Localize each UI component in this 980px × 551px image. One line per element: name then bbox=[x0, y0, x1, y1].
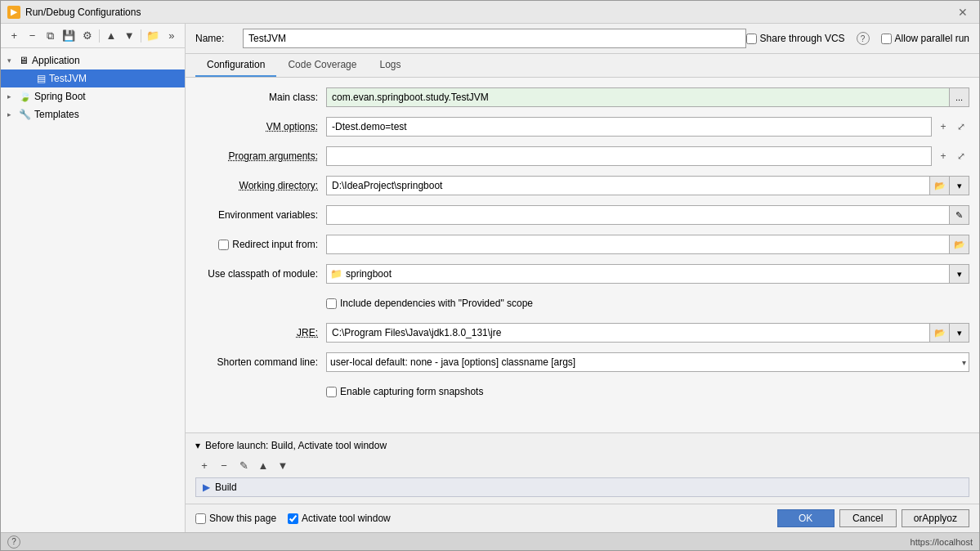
classpath-module-icon: 📁 bbox=[330, 268, 342, 280]
redirect-folder-button[interactable]: 📂 bbox=[950, 235, 969, 254]
before-launch-down-button[interactable]: ▼ bbox=[274, 456, 292, 474]
vm-options-label: VM options: bbox=[195, 121, 326, 132]
tab-logs[interactable]: Logs bbox=[368, 54, 412, 77]
redirect-checkbox[interactable]: Redirect input from: bbox=[195, 239, 326, 250]
shorten-select-wrapper: user-local default: none - java [options… bbox=[326, 352, 969, 372]
working-dir-row: Working directory: 📂 ▾ bbox=[195, 174, 969, 197]
before-launch-up-button[interactable]: ▲ bbox=[254, 456, 272, 474]
sidebar-item-application[interactable]: ▾ 🖥 Application bbox=[1, 52, 185, 69]
show-page-checkbox[interactable]: Show this page bbox=[195, 513, 276, 524]
jre-input[interactable] bbox=[326, 323, 930, 343]
snapshots-check[interactable] bbox=[326, 387, 337, 397]
build-label: Build bbox=[215, 482, 237, 493]
toolbar-separator bbox=[99, 29, 100, 43]
testjvm-icon: ▤ bbox=[37, 73, 46, 84]
working-dir-dropdown-button[interactable]: ▾ bbox=[950, 176, 969, 195]
parallel-run-checkbox[interactable]: Allow parallel run bbox=[881, 33, 969, 44]
program-expand-button[interactable]: + bbox=[935, 148, 951, 164]
main-class-input-group: ... bbox=[326, 87, 969, 107]
shorten-label: Shorten command line: bbox=[195, 356, 326, 368]
jre-row: JRE: 📂 ▾ bbox=[195, 321, 969, 344]
before-launch-section: ▾ Before launch: Build, Activate tool wi… bbox=[186, 432, 979, 504]
sidebar-item-label-springboot: Spring Boot bbox=[34, 91, 86, 102]
working-dir-label: Working directory: bbox=[195, 180, 326, 191]
include-deps-check[interactable] bbox=[326, 298, 337, 309]
tab-code-coverage[interactable]: Code Coverage bbox=[276, 54, 368, 77]
sidebar: + − ⧉ 💾 ⚙ ▲ ▼ 📁 » ▾ 🖥 Application bbox=[1, 24, 186, 532]
jre-dropdown-button[interactable]: ▾ bbox=[950, 323, 969, 343]
env-vars-input[interactable] bbox=[326, 205, 950, 225]
tab-configuration[interactable]: Configuration bbox=[195, 54, 276, 77]
tabs-bar: Configuration Code Coverage Logs bbox=[186, 54, 979, 78]
redirect-check[interactable] bbox=[218, 240, 229, 250]
help-icon-status[interactable]: ? bbox=[7, 535, 20, 549]
before-launch-toolbar: + − ✎ ▲ ▼ bbox=[195, 456, 969, 474]
name-input[interactable] bbox=[243, 29, 746, 48]
shorten-row: Shorten command line: user-local default… bbox=[195, 351, 969, 374]
up-button[interactable]: ▲ bbox=[103, 27, 119, 45]
main-class-label: Main class: bbox=[195, 92, 326, 103]
before-launch-arrow[interactable]: ▾ bbox=[195, 440, 200, 451]
before-launch-add-button[interactable]: + bbox=[195, 456, 213, 474]
templates-arrow: ▸ bbox=[7, 110, 19, 119]
sidebar-item-templates[interactable]: ▸ 🔧 Templates bbox=[1, 105, 185, 123]
before-launch-remove-button[interactable]: − bbox=[215, 456, 233, 474]
classpath-dropdown-button[interactable]: ▾ bbox=[950, 264, 969, 284]
redirect-input[interactable] bbox=[326, 235, 950, 254]
save-button[interactable]: 💾 bbox=[60, 27, 77, 45]
sidebar-item-label-testjvm: TestJVM bbox=[49, 73, 87, 84]
sidebar-item-testjvm[interactable]: ▤ TestJVM bbox=[1, 69, 185, 87]
vm-options-row: VM options: + ⤢ bbox=[195, 115, 969, 138]
program-fullscreen-button[interactable]: ⤢ bbox=[953, 148, 969, 164]
share-vcs-check[interactable] bbox=[746, 34, 757, 44]
copy-button[interactable]: ⧉ bbox=[43, 27, 59, 45]
include-deps-checkbox[interactable]: Include dependencies with "Provided" sco… bbox=[326, 298, 533, 309]
vm-expand-button[interactable]: + bbox=[935, 119, 951, 135]
snapshots-row: Enable capturing form snapshots bbox=[195, 380, 969, 403]
sidebar-item-label-templates: Templates bbox=[34, 109, 79, 120]
snapshots-checkbox[interactable]: Enable capturing form snapshots bbox=[326, 386, 483, 397]
working-dir-input[interactable] bbox=[326, 176, 930, 195]
show-page-label: Show this page bbox=[209, 513, 276, 524]
program-args-label: Program arguments: bbox=[195, 150, 326, 162]
templates-icon: 🔧 bbox=[19, 109, 31, 120]
parallel-run-check[interactable] bbox=[881, 34, 892, 44]
sidebar-item-springboot[interactable]: ▸ 🍃 Spring Boot bbox=[1, 87, 185, 105]
add-button[interactable]: + bbox=[6, 27, 22, 45]
sidebar-toolbar: + − ⧉ 💾 ⚙ ▲ ▼ 📁 » bbox=[1, 24, 185, 48]
share-vcs-checkbox[interactable]: Share through VCS bbox=[746, 33, 845, 44]
show-page-check[interactable] bbox=[195, 513, 206, 524]
shorten-select[interactable]: user-local default: none - java [options… bbox=[326, 352, 969, 372]
down-button[interactable]: ▼ bbox=[121, 27, 137, 45]
apply-button[interactable]: orApplyoz bbox=[902, 509, 969, 527]
program-args-row: Program arguments: + ⤢ bbox=[195, 145, 969, 168]
activate-tool-checkbox[interactable]: Activate tool window bbox=[288, 513, 391, 524]
env-vars-edit-button[interactable]: ✎ bbox=[950, 205, 969, 225]
working-dir-folder-button[interactable]: 📂 bbox=[930, 176, 950, 195]
close-button[interactable]: ✕ bbox=[953, 4, 973, 20]
before-launch-title: Before launch: Build, Activate tool wind… bbox=[205, 440, 387, 451]
main-class-browse-button[interactable]: ... bbox=[950, 87, 969, 107]
vm-fullscreen-button[interactable]: ⤢ bbox=[953, 119, 969, 135]
jre-browse-button[interactable]: 📂 bbox=[930, 323, 950, 343]
working-dir-group: 📂 ▾ bbox=[326, 176, 969, 195]
redirect-label: Redirect input from: bbox=[232, 239, 318, 250]
vm-options-input[interactable] bbox=[326, 117, 932, 137]
settings-button[interactable]: ⚙ bbox=[78, 27, 95, 45]
activate-tool-label: Activate tool window bbox=[302, 513, 391, 524]
chevron-button[interactable]: » bbox=[163, 27, 180, 45]
jre-label: JRE: bbox=[195, 327, 326, 338]
help-icon[interactable]: ? bbox=[857, 32, 870, 45]
program-args-input[interactable] bbox=[326, 146, 932, 166]
main-class-input[interactable] bbox=[326, 87, 950, 107]
cancel-button[interactable]: Cancel bbox=[839, 509, 897, 527]
remove-button[interactable]: − bbox=[24, 27, 40, 45]
activate-tool-check[interactable] bbox=[288, 513, 298, 524]
folder-button[interactable]: 📁 bbox=[145, 27, 161, 45]
ok-button[interactable]: OK bbox=[777, 509, 835, 527]
bottom-right: OK Cancel orApplyoz bbox=[777, 509, 969, 527]
jre-group: 📂 ▾ bbox=[326, 323, 969, 343]
before-launch-edit-button[interactable]: ✎ bbox=[235, 456, 253, 474]
before-launch-header: ▾ Before launch: Build, Activate tool wi… bbox=[195, 440, 969, 451]
classpath-row: Use classpath of module: 📁 springboot ▾ bbox=[195, 262, 969, 285]
